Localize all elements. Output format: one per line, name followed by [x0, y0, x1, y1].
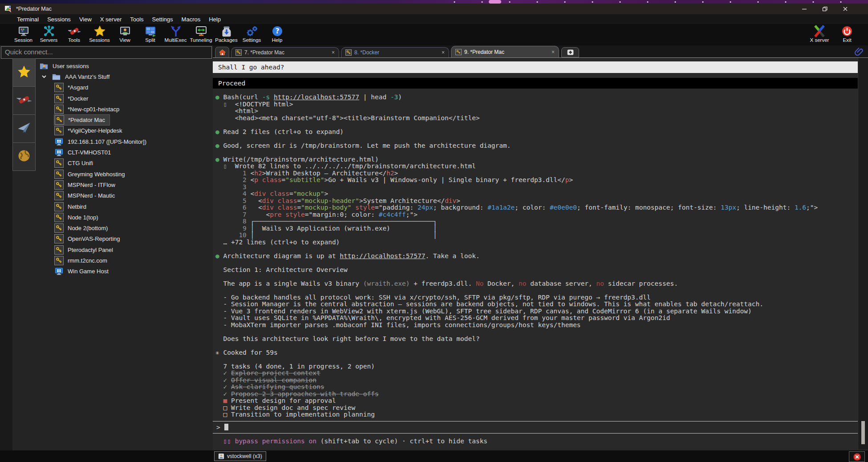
- terminal-line: □ Write design doc and spec review: [215, 405, 858, 412]
- terminal-text: … +72 lines (ctrl+o to expand): [215, 239, 340, 246]
- key-icon: [55, 115, 64, 125]
- session-item-mspnerd-mautic[interactable]: MSPNerd - Mautic: [37, 190, 212, 201]
- session-item-asgard[interactable]: *Asgard: [37, 82, 212, 93]
- terminal-line: ▯ <!DOCTYPE html>: [215, 101, 858, 108]
- toolbar-servers-button[interactable]: Servers: [36, 24, 61, 43]
- maximize-button[interactable]: [815, 4, 835, 14]
- terminal-scrollbar[interactable]: [858, 58, 868, 450]
- tree-folder-aaa-vantz-s-stuff[interactable]: AAA Vantz's Stuff: [37, 71, 212, 82]
- toolbar-view-button[interactable]: View: [112, 24, 138, 43]
- terminal-line: 7 tasks (4 done, 1 in progress, 2 open): [215, 363, 858, 370]
- toolbar-help-button[interactable]: ?Help: [264, 24, 290, 43]
- session-item-clt-vmhost01[interactable]: CLT-VMHOST01: [37, 147, 212, 158]
- session-item-docker[interactable]: *Docker: [37, 93, 212, 104]
- session-item-vigilcyber-helpdesk[interactable]: *VigilCyber-Helpdesk: [37, 126, 212, 136]
- terminal-text: =": [305, 211, 312, 218]
- session-item-ctg-unifi[interactable]: CTG Unifi: [37, 158, 212, 169]
- menu-item-settings[interactable]: Settings: [152, 16, 173, 23]
- terminal-text: =: [289, 190, 293, 197]
- windows-host-icon: [54, 137, 64, 146]
- terminal-link[interactable]: http://localhost:57577: [340, 252, 425, 259]
- tab-close-icon[interactable]: ×: [552, 49, 555, 55]
- session-item-pterodactyl-panel[interactable]: Pterodactyl Panel: [37, 244, 212, 255]
- prompt-input-box[interactable]: >: [213, 421, 858, 434]
- terminal-tab-7-predator-mac[interactable]: 7. *Predator Mac×: [231, 47, 339, 57]
- session-item-node-2-bottom[interactable]: Node 2(bottom): [37, 223, 212, 233]
- terminal-text: 6: [215, 204, 251, 211]
- tab-close-icon[interactable]: ×: [442, 49, 445, 56]
- terminal-text: >System Architecture</: [359, 197, 445, 204]
- menu-item-view[interactable]: View: [79, 16, 92, 23]
- scrollbar-thumb[interactable]: [861, 421, 865, 444]
- close-button[interactable]: [835, 4, 856, 14]
- toolbar-sessions-button[interactable]: Sessions: [87, 24, 112, 43]
- minimize-button[interactable]: [794, 4, 815, 14]
- terminal-text: Present design for approval: [231, 397, 336, 404]
- session-item-label: OpenVAS-Reporting: [68, 235, 120, 242]
- terminal-line: [215, 122, 858, 129]
- new-tab-button[interactable]: [561, 47, 579, 57]
- session-item-netbird[interactable]: Netbird: [37, 201, 212, 212]
- terminal-link[interactable]: http://localhost:57577: [274, 93, 359, 101]
- key-icon: [54, 126, 64, 135]
- toolbar-settings-button[interactable]: Settings: [239, 24, 264, 43]
- tab-close-icon[interactable]: ×: [332, 49, 335, 56]
- terminal-line: [215, 356, 858, 363]
- rail-paper-plane-button[interactable]: [12, 114, 36, 143]
- terminal-line: 4 <div class="mockup">: [215, 190, 858, 198]
- terminal-line: ✓ Offer visual companion: [215, 377, 858, 384]
- toolbar-multiexec-button[interactable]: MultiExec: [163, 24, 188, 43]
- toolbar-x-server-button[interactable]: X server: [806, 24, 833, 43]
- terminal-text: pre: [270, 211, 281, 218]
- menu-item-help[interactable]: Help: [209, 16, 221, 23]
- toolbar-label: Tools: [68, 37, 80, 43]
- toolbar-tunneling-button[interactable]: Tunneling: [188, 24, 214, 43]
- session-item-predator-mac[interactable]: *Predator Mac: [37, 114, 212, 125]
- terminal-tab-9-predator-mac[interactable]: 9. *Predator Mac×: [451, 46, 559, 57]
- session-item-greyming-webhosting[interactable]: Greyming Webhosting: [37, 169, 212, 179]
- menu-item-macros[interactable]: Macros: [182, 16, 201, 23]
- rail-tools-knife-button[interactable]: [12, 86, 36, 115]
- menu-item-sessions[interactable]: Sessions: [47, 16, 71, 23]
- session-item-label: *VigilCyber-Helpdesk: [68, 127, 122, 134]
- attachments-button[interactable]: [854, 46, 864, 56]
- active-session-tab[interactable]: vstockwell (x3): [214, 451, 266, 461]
- session-item-mspnerd-itflow[interactable]: MSPNerd - ITFlow: [37, 179, 212, 190]
- rail-star-favorites-button[interactable]: [12, 58, 36, 87]
- terminal-text: Does this architecture look right before…: [215, 335, 480, 342]
- terminal-tab-8-docker[interactable]: 8. *Docker×: [341, 47, 449, 57]
- toolbar-session-button[interactable]: Session: [11, 24, 36, 43]
- terminal-text: padding:: [382, 204, 418, 211]
- session-item-rmm-t2cnc-com[interactable]: rmm.t2cnc.com: [37, 255, 212, 266]
- menu-item-terminal[interactable]: Terminal: [17, 16, 39, 23]
- toolbar-split-button[interactable]: Split: [138, 24, 163, 43]
- session-item-new-cp01-heistacp[interactable]: *New-cp01-heistacp: [37, 104, 212, 114]
- terminal-text: class: [278, 197, 297, 204]
- close-terminal-button[interactable]: [849, 451, 865, 462]
- session-item-node-1-top[interactable]: Node 1(top): [37, 212, 212, 223]
- toolbar-exit-button[interactable]: Exit: [833, 24, 861, 43]
- home-tab[interactable]: [215, 47, 229, 57]
- rail-globe-button[interactable]: [12, 142, 36, 171]
- terminal-text: 7: [215, 211, 251, 218]
- toolbar-packages-button[interactable]: Packages: [214, 24, 239, 43]
- terminal-line: [215, 135, 858, 142]
- session-item-192-168-1-107-ups-monitor[interactable]: 192.168.1.107 ([UPS-Monitor]): [37, 136, 212, 147]
- terminal-line: <head><meta charset="utf-8"><title>Brain…: [215, 115, 858, 122]
- toolbar-tools-button[interactable]: Tools: [61, 24, 87, 43]
- terminal-line: ✳ Cooked for 59s: [215, 349, 858, 357]
- home-icon: [219, 49, 226, 56]
- menu-item-tools[interactable]: Tools: [130, 16, 143, 23]
- terminal-text: (shift+tab to cycle) · ctrl+t to hide ta…: [316, 438, 487, 445]
- tree-root-user-sessions[interactable]: User sessions: [37, 61, 212, 71]
- session-item-win-game-host[interactable]: Win Game Host: [37, 266, 212, 277]
- quick-connect-input[interactable]: Quick connect...: [1, 46, 212, 59]
- chevron-down-icon[interactable]: [41, 73, 47, 80]
- terminal-text: <: [251, 204, 262, 211]
- menu-item-x-server[interactable]: X server: [100, 16, 122, 23]
- tabs-holder: 7. *Predator Mac×8. *Docker×9. *Predator…: [229, 46, 559, 57]
- prompt-symbol: >: [216, 424, 220, 431]
- session-item-openvas-reporting[interactable]: OpenVAS-Reporting: [37, 234, 212, 244]
- toolbar-label: MultiExec: [165, 37, 187, 43]
- terminal[interactable]: Shall I go ahead? Proceed ● Bash(curl -s…: [213, 58, 858, 450]
